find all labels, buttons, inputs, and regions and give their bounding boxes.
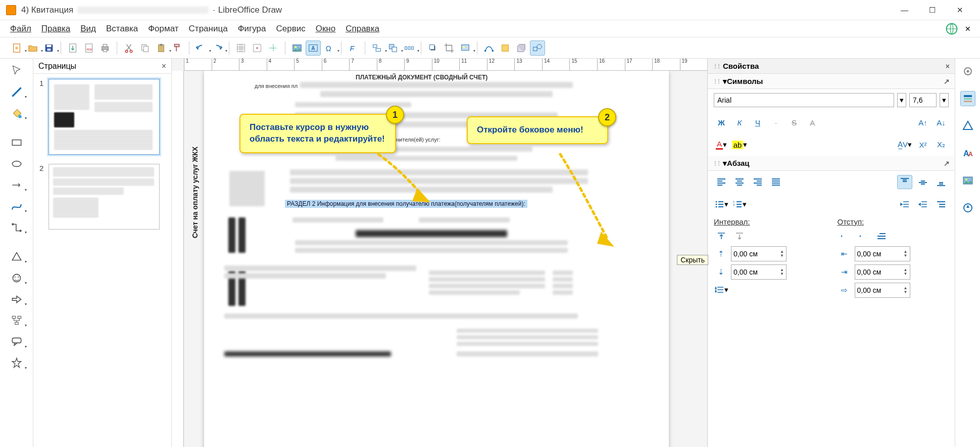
special-char-button[interactable]: Ω▾ <box>322 40 337 56</box>
align-center-button[interactable] <box>732 175 747 189</box>
para-more-icon[interactable]: ↗ <box>944 159 950 167</box>
basic-shapes-tool[interactable]: ▾ <box>7 249 27 265</box>
bold-button[interactable]: Ж <box>714 115 729 129</box>
sidebar-shapes-icon[interactable] <box>960 118 975 133</box>
font-size-dropdown-icon[interactable]: ▾ <box>940 93 949 107</box>
sidebar-gallery-icon[interactable] <box>960 173 975 188</box>
new-button[interactable]: ▾ <box>9 40 24 56</box>
valign-top-button[interactable] <box>897 175 912 189</box>
insert-image-button[interactable] <box>289 40 305 56</box>
hanging-indent-button[interactable] <box>934 197 949 211</box>
space-above-dec-button[interactable] <box>732 229 747 243</box>
font-size-input[interactable] <box>909 93 937 107</box>
close-button[interactable]: ✕ <box>946 1 974 19</box>
select-tool[interactable] <box>7 63 27 79</box>
indent-after-input[interactable]: 0,00 см▲▼ <box>855 264 910 280</box>
block-arrows-tool[interactable]: ▾ <box>7 291 27 307</box>
ruler-vertical[interactable] <box>172 71 184 447</box>
char-shadow-button[interactable]: A <box>805 115 820 129</box>
export-button[interactable] <box>65 40 80 56</box>
extrusion-button[interactable] <box>514 40 529 56</box>
gluepoints-button[interactable] <box>498 40 513 56</box>
indent-dec-button[interactable] <box>856 229 871 243</box>
symbol-shapes-tool[interactable]: ▾ <box>7 270 27 286</box>
valign-bottom-button[interactable] <box>934 175 949 189</box>
paste-button[interactable]: ▾ <box>154 40 169 56</box>
space-above-inc-button[interactable] <box>714 229 729 243</box>
align-justify-button[interactable] <box>768 175 783 189</box>
font-name-dropdown-icon[interactable]: ▾ <box>897 93 906 107</box>
minimize-button[interactable]: — <box>891 1 918 19</box>
menu-window[interactable]: Окно <box>311 22 341 36</box>
copy-button[interactable] <box>137 40 153 56</box>
maximize-button[interactable]: ☐ <box>918 1 946 19</box>
shadow-button[interactable] <box>425 40 440 56</box>
canvas-area[interactable]: 12345678910111213141516171819 Счет на оп… <box>172 59 707 447</box>
guides-button[interactable] <box>266 40 281 56</box>
font-color-button[interactable]: A ▾ <box>714 138 729 152</box>
menu-insert[interactable]: Вставка <box>101 22 143 36</box>
filter-button[interactable]: ▾ <box>458 40 473 56</box>
sidebar-styles-icon[interactable]: AA <box>960 146 975 161</box>
indent-before-input[interactable]: 0,00 см▲▼ <box>855 246 910 261</box>
snap-button[interactable] <box>250 40 265 56</box>
menu-help[interactable]: Справка <box>340 22 384 36</box>
italic-button[interactable]: К <box>732 115 747 129</box>
space-below-input[interactable]: 0,00 см▲▼ <box>731 264 787 280</box>
underline-button[interactable]: Ч <box>750 115 765 129</box>
distribute-button[interactable]: ▾ <box>402 40 417 56</box>
space-above-input[interactable]: 0,00 см▲▼ <box>731 246 787 261</box>
properties-close-icon[interactable]: × <box>946 62 950 70</box>
indent-first-button[interactable] <box>874 229 889 243</box>
sidebar-settings-icon[interactable] <box>960 64 975 79</box>
shrink-font-button[interactable]: A↓ <box>934 115 949 129</box>
font-name-input[interactable] <box>714 93 894 107</box>
menu-edit[interactable]: Правка <box>36 22 75 36</box>
line-arrow-tool[interactable]: ▾ <box>7 177 27 193</box>
close-doc-icon[interactable]: ✕ <box>961 22 975 36</box>
print-button[interactable] <box>97 40 113 56</box>
highlight-button[interactable]: ab ▾ <box>732 138 747 152</box>
stars-tool[interactable]: ▾ <box>7 355 27 371</box>
arrange-button[interactable]: ▾ <box>385 40 401 56</box>
pages-panel-close-icon[interactable]: × <box>162 62 166 71</box>
align-objects-button[interactable]: ▾ <box>369 40 384 56</box>
ruler-horizontal[interactable]: 12345678910111213141516171819 <box>184 59 707 71</box>
superscript-button[interactable]: X² <box>915 138 930 152</box>
draw-functions-button[interactable] <box>530 40 545 56</box>
export-pdf-button[interactable]: PDF <box>81 40 96 56</box>
subscript-button[interactable]: X₂ <box>934 138 949 152</box>
fontwork-button[interactable]: F <box>346 40 361 56</box>
decrease-indent-button[interactable] <box>915 197 930 211</box>
edit-points-button[interactable] <box>481 40 497 56</box>
indent-firstline-input[interactable]: 0,00 см▲▼ <box>855 283 910 298</box>
ellipse-tool[interactable] <box>7 156 27 172</box>
open-button[interactable]: ▾ <box>25 40 40 56</box>
menu-format[interactable]: Формат <box>143 22 183 36</box>
clone-format-button[interactable] <box>170 40 185 56</box>
number-list-button[interactable]: 12 ▾ <box>732 197 747 211</box>
rectangle-tool[interactable] <box>7 135 27 151</box>
sidebar-properties-icon[interactable] <box>960 91 975 106</box>
undo-button[interactable]: ▾ <box>193 40 209 56</box>
grid-button[interactable] <box>233 40 249 56</box>
chars-header[interactable]: ⋮⋮ ▾ Символы ↗ <box>708 74 955 89</box>
increase-indent-button[interactable] <box>897 197 912 211</box>
curve-tool[interactable]: ▾ <box>7 198 27 214</box>
cut-button[interactable] <box>121 40 136 56</box>
bullet-list-button[interactable]: ▾ <box>714 197 729 211</box>
menu-tools[interactable]: Сервис <box>271 22 310 36</box>
section-2-highlight[interactable]: РАЗДЕЛ 2 Информация для внесения получат… <box>285 200 527 208</box>
save-button[interactable]: ▾ <box>41 40 57 56</box>
crop-button[interactable] <box>442 40 457 56</box>
menu-shape[interactable]: Фигура <box>233 22 271 36</box>
redo-button[interactable]: ▾ <box>210 40 225 56</box>
flowchart-tool[interactable]: ▾ <box>7 312 27 329</box>
align-right-button[interactable] <box>750 175 765 189</box>
connector-tool[interactable]: ▾ <box>7 219 27 236</box>
sidebar-navigator-icon[interactable] <box>960 200 975 215</box>
menu-file[interactable]: Файл <box>5 22 36 36</box>
menu-view[interactable]: Вид <box>75 22 101 36</box>
callout-tool[interactable]: ▾ <box>7 334 27 350</box>
align-left-button[interactable] <box>714 175 729 189</box>
